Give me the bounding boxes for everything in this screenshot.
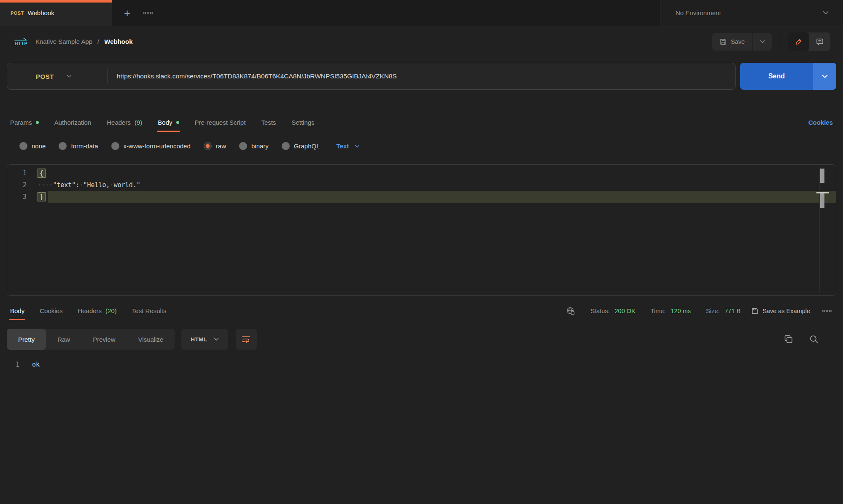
- active-tab-indicator: [0, 0, 112, 3]
- collection-name[interactable]: Knative Sample App: [35, 38, 92, 45]
- response-headers-count: (20): [105, 307, 117, 314]
- divider: [780, 35, 780, 48]
- cookies-link[interactable]: Cookies: [808, 119, 833, 126]
- search-response-button[interactable]: [809, 335, 819, 344]
- send-button[interactable]: Send: [740, 63, 813, 90]
- edit-description-button[interactable]: [788, 32, 809, 51]
- body-type-row: none form-data x-www-form-urlencoded raw…: [19, 142, 843, 150]
- radio-binary[interactable]: binary: [239, 142, 269, 150]
- editor-line[interactable]: 2 ····"text":·"Hello,·world.": [7, 179, 836, 191]
- code-token: "Hello,: [83, 181, 110, 189]
- radio-circle: [239, 142, 247, 150]
- radio-circle: [59, 142, 67, 150]
- radio-form-data[interactable]: form-data: [59, 142, 98, 150]
- matched-bracket: }: [38, 192, 46, 201]
- tab-body[interactable]: Body: [158, 113, 179, 132]
- network-globe-icon[interactable]: [566, 306, 575, 316]
- request-tab[interactable]: POST Webhook: [0, 0, 112, 26]
- chevron-down-icon: [823, 11, 829, 15]
- radio-raw[interactable]: raw: [204, 142, 226, 150]
- editor-overview-ruler: [819, 167, 820, 293]
- status-value: 200 OK: [615, 308, 636, 314]
- time-value: 120 ms: [671, 308, 691, 314]
- breadcrumb: Knative Sample App / Webhook: [35, 38, 133, 45]
- save-icon: [751, 308, 758, 314]
- new-tab-button[interactable]: +: [124, 8, 130, 19]
- save-as-example-button[interactable]: Save as Example: [751, 308, 810, 314]
- code-token: world.": [114, 181, 140, 189]
- radio-circle: [19, 142, 27, 150]
- breadcrumb-separator: /: [97, 38, 99, 45]
- environment-selector[interactable]: No Environment: [660, 0, 843, 26]
- copy-response-button[interactable]: [784, 335, 793, 344]
- url-input[interactable]: [108, 72, 735, 80]
- response-view-switcher: Pretty Raw Preview Visualize: [7, 329, 175, 350]
- word-wrap-button[interactable]: [236, 329, 257, 350]
- chevron-down-icon: [67, 75, 72, 78]
- ellipsis-icon: [822, 309, 832, 313]
- editor-line[interactable]: 1 {: [7, 167, 836, 179]
- tab-tests[interactable]: Tests: [261, 113, 276, 132]
- request-body-editor[interactable]: 1 { 2 ····"text":·"Hello,·world." 3 }: [7, 164, 836, 296]
- request-header: HTTP Knative Sample App / Webhook Save: [0, 26, 843, 57]
- chevron-down-icon: [355, 145, 360, 148]
- tab-method-badge: POST: [11, 11, 24, 16]
- method-selector[interactable]: POST: [7, 73, 107, 80]
- line-number: 1: [7, 169, 38, 177]
- response-tabs: Body Cookies Headers (20) Test Results S…: [0, 296, 843, 325]
- chevron-down-icon: [822, 75, 828, 78]
- tab-params[interactable]: Params: [10, 113, 39, 132]
- code-token: "text":: [53, 181, 79, 189]
- url-bar: POST: [7, 63, 736, 90]
- tab-pre-request-script[interactable]: Pre-request Script: [195, 113, 246, 132]
- view-visualize[interactable]: Visualize: [127, 329, 175, 350]
- radio-x-www-form-urlencoded[interactable]: x-www-form-urlencoded: [111, 142, 191, 150]
- save-label: Save: [731, 38, 745, 45]
- request-tabs: Params Authorization Headers (9) Body Pr…: [10, 112, 833, 133]
- radio-circle-selected: [204, 142, 212, 150]
- save-options-button[interactable]: [753, 33, 772, 51]
- editor-line-active[interactable]: 3 }: [7, 191, 836, 203]
- view-pretty[interactable]: Pretty: [7, 329, 46, 350]
- whitespace-dot: ·: [110, 181, 114, 189]
- view-preview[interactable]: Preview: [81, 329, 127, 350]
- response-format-selector[interactable]: HTML: [181, 329, 228, 350]
- comment-icon: [816, 38, 824, 46]
- tab-actions: +: [112, 0, 660, 26]
- send-options-button[interactable]: [813, 63, 836, 90]
- time-label: Time:: [651, 308, 666, 314]
- matched-bracket: {: [38, 169, 46, 178]
- chevron-down-icon: [214, 338, 219, 341]
- save-button[interactable]: Save: [712, 33, 752, 51]
- response-tab-cookies[interactable]: Cookies: [40, 301, 62, 320]
- ruler-mark: [820, 193, 824, 208]
- http-icon: HTTP: [14, 38, 28, 46]
- tab-bar: POST Webhook + No Environment: [0, 0, 843, 26]
- raw-language-selector[interactable]: Text: [337, 142, 360, 150]
- request-name[interactable]: Webhook: [104, 38, 132, 45]
- response-tab-headers[interactable]: Headers (20): [78, 301, 116, 320]
- tab-authorization[interactable]: Authorization: [54, 113, 92, 132]
- comments-button[interactable]: [809, 32, 830, 51]
- radio-graphql[interactable]: GraphQL: [282, 142, 320, 150]
- whitespace-dots: ····: [38, 181, 53, 189]
- view-raw[interactable]: Raw: [46, 329, 81, 350]
- radio-none[interactable]: none: [19, 142, 46, 150]
- pencil-icon: [795, 38, 803, 46]
- radio-circle: [111, 142, 119, 150]
- line-number: 1: [0, 361, 30, 368]
- radio-circle: [282, 142, 290, 150]
- tab-headers[interactable]: Headers (9): [107, 113, 142, 132]
- size-value: 771 B: [724, 308, 741, 314]
- response-options-button[interactable]: [822, 309, 832, 313]
- ellipsis-icon: [143, 11, 153, 15]
- environment-label: No Environment: [676, 9, 721, 16]
- response-body[interactable]: 1 ok: [0, 361, 843, 368]
- response-tab-test-results[interactable]: Test Results: [132, 301, 167, 320]
- body-indicator-dot: [176, 121, 179, 124]
- request-url-row: POST Send: [7, 63, 836, 90]
- headers-count: (9): [135, 119, 142, 126]
- response-tab-body[interactable]: Body: [10, 301, 24, 320]
- tab-options-button[interactable]: [143, 11, 153, 15]
- tab-settings[interactable]: Settings: [291, 113, 314, 132]
